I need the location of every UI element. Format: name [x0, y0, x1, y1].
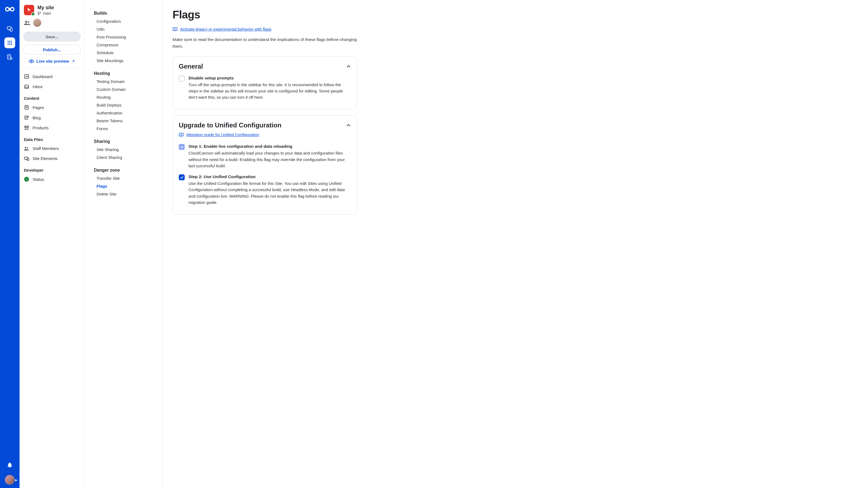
global-rail: ▶ [0, 0, 20, 488]
settings-nav: . Builds Configuration I18n Post Process… [85, 0, 163, 488]
settings-item[interactable]: Site Mountings [85, 57, 162, 65]
settings-item[interactable]: Configuration [85, 18, 162, 25]
settings-item[interactable]: Site Sharing [85, 145, 162, 154]
rail-notifications[interactable] [4, 460, 15, 470]
settings-group-hosting: Hosting Testing Domain Custom Domain Rou… [85, 65, 162, 133]
doc-link-flags[interactable]: Activate legacy or experimental behavior… [173, 27, 272, 31]
nav-inbox[interactable]: Inbox [20, 82, 84, 92]
settings-heading: Sharing [85, 134, 162, 145]
settings-item[interactable]: I18n [85, 25, 162, 33]
flag-title: Step 1: Enable live configuration and da… [188, 144, 351, 149]
migration-guide-link[interactable]: Migration guide for Unified Configuratio… [179, 132, 259, 137]
rail-user-avatar[interactable]: ▶ [5, 475, 14, 485]
status-badge-icon [31, 12, 35, 16]
svg-point-17 [38, 14, 39, 15]
rail-projects[interactable] [4, 23, 15, 34]
eye-icon [29, 59, 34, 63]
nav-blog[interactable]: Blog [20, 112, 84, 123]
settings-heading: Hosting [85, 66, 162, 77]
branch-name: main [43, 11, 51, 15]
collaborator-avatar[interactable] [33, 19, 41, 27]
nav-products[interactable]: Products [20, 123, 84, 133]
svg-rect-4 [10, 28, 12, 31]
settings-heading: Builds [85, 6, 162, 18]
status-ok-icon: ✓ [24, 177, 29, 182]
svg-point-10 [11, 42, 12, 43]
site-header: My site main [20, 0, 84, 17]
nav-heading-data: Data Files [20, 133, 84, 143]
settings-item[interactable]: Build Deploys [85, 101, 162, 109]
chevron-up-icon[interactable] [346, 124, 351, 127]
settings-item[interactable]: Forms [85, 125, 162, 133]
svg-point-21 [31, 61, 32, 62]
svg-point-27 [25, 147, 26, 148]
settings-item-flags[interactable]: Flags [85, 182, 162, 190]
settings-item[interactable]: Compressor [85, 41, 162, 49]
people-icon [24, 147, 29, 151]
card-header: General [179, 63, 351, 70]
devices-icon [24, 156, 29, 161]
svg-point-16 [38, 12, 39, 13]
building-gear-icon [7, 54, 13, 60]
svg-point-8 [8, 42, 9, 43]
checkbox-disable-setup[interactable] [179, 76, 185, 82]
svg-point-2 [9, 8, 11, 10]
settings-item[interactable]: Authentication [85, 109, 162, 117]
rail-sites[interactable] [4, 37, 15, 48]
check-icon [180, 145, 184, 149]
settings-item-delete[interactable]: Delete Site [85, 190, 162, 198]
settings-item[interactable]: Testing Domain [85, 77, 162, 86]
card-header: Upgrade to Unified Configuration [179, 122, 351, 129]
settings-group-danger: Danger zone Transfer Site Flags Delete S… [85, 161, 162, 198]
svg-point-20 [28, 22, 29, 23]
publish-button[interactable]: Publish... [23, 45, 81, 55]
settings-item[interactable]: Routing [85, 93, 162, 101]
svg-point-5 [8, 41, 9, 42]
settings-group-builds: Builds Configuration I18n Post Processin… [85, 4, 162, 65]
bell-icon [7, 462, 12, 468]
cloudcannon-logo-icon [5, 5, 14, 14]
nav-site-elements[interactable]: Site Elements [20, 154, 84, 163]
flag-disable-setup: Disable setup prompts Turn off the setup… [179, 73, 351, 103]
people-icon[interactable] [24, 20, 30, 25]
nav-status[interactable]: ✓ Status [20, 174, 84, 184]
flag-step1: Step 1: Enable live configuration and da… [179, 141, 351, 172]
nav-pages[interactable]: Pages [20, 102, 84, 112]
app-root: ▶ My site main [0, 0, 868, 488]
rail-org[interactable] [4, 52, 15, 62]
site-branch[interactable]: main [37, 11, 54, 15]
collaborators-row [20, 17, 84, 30]
settings-item[interactable]: Schedule [85, 49, 162, 57]
live-preview-link[interactable]: Live site preview [20, 55, 84, 68]
svg-rect-26 [25, 126, 29, 127]
settings-item[interactable]: Post Processing [85, 33, 162, 41]
nav-heading-content: Content [20, 92, 84, 102]
nav-staff[interactable]: Staff Members [20, 143, 84, 154]
settings-item[interactable]: Custom Domain [85, 86, 162, 93]
site-icon[interactable] [24, 5, 34, 15]
devices-icon [7, 26, 13, 31]
card-title: Upgrade to Unified Configuration [179, 122, 282, 129]
nav-dashboard[interactable]: Dashboard [20, 71, 84, 82]
settings-item[interactable]: Bearer Tokens [85, 117, 162, 125]
svg-rect-14 [8, 55, 10, 59]
book-icon [173, 27, 177, 31]
settings-item-transfer[interactable]: Transfer Site [85, 174, 162, 182]
cursor-icon [26, 7, 32, 13]
save-button[interactable]: Save... [23, 32, 81, 41]
flag-title: Step 2: Use Unified Configuration [188, 174, 351, 179]
settings-item[interactable]: Client Sharing [85, 154, 162, 161]
svg-point-6 [9, 41, 10, 42]
product-logo[interactable] [5, 4, 14, 14]
svg-point-12 [9, 44, 10, 45]
svg-rect-29 [24, 157, 28, 159]
svg-point-7 [11, 41, 12, 42]
svg-point-28 [27, 147, 28, 148]
checkbox-step1[interactable] [179, 144, 185, 150]
flag-description: Use the Unified Configuration file forma… [188, 180, 351, 205]
chevron-up-icon[interactable] [346, 65, 351, 68]
inbox-icon [24, 85, 29, 89]
main-content: Flags Activate legacy or experimental be… [163, 0, 868, 488]
settings-heading: Danger zone [85, 163, 162, 174]
checkbox-step2[interactable] [179, 174, 185, 180]
